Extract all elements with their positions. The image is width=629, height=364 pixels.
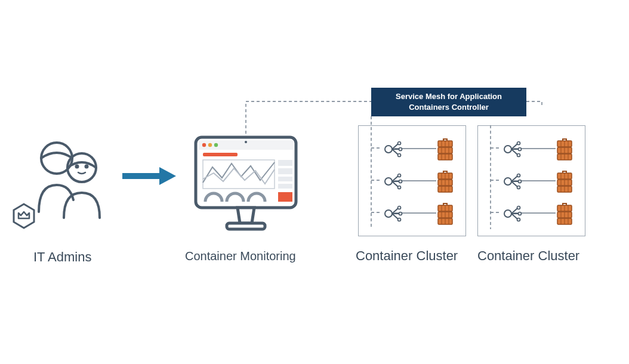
svg-point-62	[385, 210, 392, 217]
arrow-right-icon	[122, 167, 176, 185]
svg-point-28	[398, 154, 401, 157]
svg-point-11	[214, 143, 218, 147]
svg-point-46	[398, 174, 401, 177]
svg-point-102	[504, 178, 511, 185]
svg-marker-4	[14, 204, 34, 228]
banner-line-2: Containers Controller	[409, 102, 489, 113]
container-monitoring-label: Container Monitoring	[185, 249, 296, 263]
svg-line-125	[511, 214, 517, 219]
svg-rect-17	[278, 177, 292, 181]
svg-point-128	[517, 218, 520, 221]
svg-point-122	[504, 210, 511, 217]
cluster-row	[366, 135, 461, 163]
container-cluster-label: Container Cluster	[477, 248, 579, 264]
svg-point-87	[519, 148, 522, 151]
svg-point-88	[517, 154, 520, 157]
svg-line-65	[392, 214, 398, 219]
svg-line-83	[511, 144, 517, 149]
svg-point-66	[398, 206, 401, 209]
svg-rect-13	[203, 153, 238, 156]
svg-point-9	[202, 143, 206, 147]
svg-line-85	[511, 149, 517, 155]
svg-line-45	[392, 181, 398, 187]
cluster-row	[366, 200, 461, 227]
svg-line-23	[392, 144, 398, 149]
container-stack-icon	[436, 138, 454, 164]
svg-rect-19	[278, 192, 292, 202]
svg-point-68	[398, 218, 401, 221]
svg-rect-18	[278, 184, 292, 189]
svg-line-123	[511, 208, 517, 214]
svg-point-42	[385, 178, 392, 185]
load-balancer-icon	[502, 205, 523, 225]
svg-line-103	[511, 176, 517, 181]
svg-rect-20	[227, 223, 265, 229]
svg-point-47	[399, 180, 402, 183]
load-balancer-icon	[502, 172, 523, 193]
svg-line-25	[392, 149, 398, 155]
svg-point-2	[76, 166, 78, 168]
cluster-row	[485, 168, 581, 195]
container-cluster-label: Container Cluster	[356, 248, 458, 264]
svg-point-10	[208, 143, 212, 147]
svg-rect-5	[122, 173, 159, 179]
crown-hex-icon	[12, 203, 36, 227]
container-stack-icon	[556, 170, 574, 196]
svg-line-105	[511, 181, 517, 187]
svg-rect-15	[278, 160, 292, 166]
svg-point-107	[519, 180, 522, 183]
svg-point-27	[399, 148, 402, 151]
svg-point-48	[398, 186, 401, 189]
cluster-row	[485, 135, 581, 163]
it-admins-icon	[27, 134, 110, 224]
svg-point-86	[517, 142, 520, 145]
container-stack-icon	[436, 170, 454, 196]
load-balancer-icon	[502, 140, 523, 161]
svg-point-108	[517, 186, 520, 189]
svg-point-106	[517, 174, 520, 177]
cluster-row	[366, 168, 461, 195]
load-balancer-icon	[383, 172, 404, 193]
container-stack-icon	[556, 138, 574, 164]
svg-line-43	[392, 176, 398, 181]
svg-point-1	[67, 153, 96, 182]
svg-point-22	[385, 146, 392, 153]
svg-point-67	[399, 212, 402, 215]
svg-point-26	[398, 142, 401, 145]
svg-line-63	[392, 208, 398, 214]
container-stack-icon	[556, 202, 574, 229]
svg-point-12	[245, 141, 247, 143]
dashboard-monitor-icon	[192, 134, 300, 235]
svg-marker-6	[159, 167, 176, 185]
svg-point-3	[86, 166, 88, 168]
container-cluster-box	[477, 125, 585, 236]
it-admins-label: IT Admins	[33, 249, 91, 265]
svg-rect-16	[278, 168, 292, 174]
svg-point-126	[517, 206, 520, 209]
container-cluster-box	[358, 125, 466, 236]
svg-point-127	[519, 212, 522, 215]
cluster-row	[485, 200, 581, 227]
service-mesh-banner: Service Mesh for Application Containers …	[371, 88, 526, 116]
container-stack-icon	[436, 202, 454, 229]
banner-line-1: Service Mesh for Application	[396, 91, 502, 102]
load-balancer-icon	[383, 140, 404, 161]
load-balancer-icon	[383, 205, 404, 225]
svg-point-82	[504, 146, 511, 153]
